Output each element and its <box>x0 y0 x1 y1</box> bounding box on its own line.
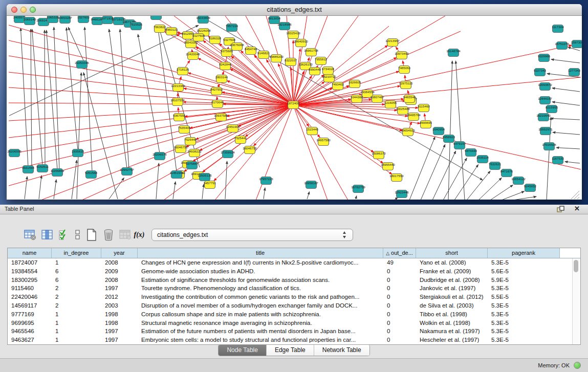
column-header-year[interactable]: year <box>101 248 138 258</box>
cell-pagerank: 5.3E-5 <box>488 327 560 336</box>
graph-node-label: 9474444 <box>465 149 477 152</box>
graph-edge <box>9 72 293 105</box>
graph-edge <box>138 34 160 153</box>
window-title: citations_edges.txt <box>7 6 582 13</box>
graph-node-label: 16046750 <box>243 146 257 150</box>
graph-node-label: 5051568 <box>85 171 98 174</box>
graph-node-label: 9227343 <box>534 69 547 72</box>
graph-node-label: 8215955 <box>546 105 558 109</box>
graph-node-label: 17359924 <box>221 150 235 154</box>
table-row[interactable]: 946554611997Estimation of the future num… <box>8 327 580 336</box>
graph-node-label: 9457791 <box>204 181 216 185</box>
graph-node-label: 11156869 <box>51 169 64 172</box>
table-settings-icon[interactable] <box>24 228 37 242</box>
graph-node-label: 2803144 <box>215 75 228 79</box>
cell-short: Nakamura et al. (1997) <box>416 327 488 336</box>
table-scrollbar-thumb[interactable] <box>574 260 578 272</box>
graph-node-label: 11451944 <box>169 171 184 174</box>
network-view-window[interactable]: citations_edges.txt 18724007663822896012… <box>7 4 582 200</box>
graph-node-label: 9245652 <box>524 184 537 188</box>
table-row[interactable]: 946362711997Embryonic stem cells: a mode… <box>8 336 580 344</box>
column-chooser-icon[interactable] <box>40 228 54 242</box>
graph-node-label: 26206595 <box>7 149 21 153</box>
graph-node-label: 19384554 <box>360 90 375 94</box>
cell-short: Stergiakouli et al. (2012) <box>416 293 488 301</box>
graph-edge <box>39 176 41 199</box>
import-table-icon[interactable] <box>119 228 132 242</box>
close-panel-icon[interactable]: ✕ <box>574 205 580 212</box>
graph-node-label: 13626150 <box>298 62 313 66</box>
graph-node-label: 7485063 <box>398 66 411 70</box>
cell-short: Tibbo et al. (1998) <box>416 310 488 319</box>
checklist-icon[interactable] <box>57 228 71 242</box>
cell-short: Franke et al. (2009) <box>416 267 488 276</box>
function-builder-icon[interactable]: f(x) <box>136 228 143 242</box>
graph-node-label: 1277343 <box>568 69 581 72</box>
table-row[interactable]: 1456911722003Disruption of a novel membe… <box>8 301 580 310</box>
graph-node-label: 7493402 <box>332 82 344 86</box>
graph-edge <box>67 28 78 150</box>
graph-node-label: 16210643 <box>536 114 551 117</box>
cell-name: 18300295 <box>8 276 52 285</box>
table-row[interactable]: 1830029562008Estimation of significance … <box>8 276 580 285</box>
graph-node-label: 2935114 <box>476 156 489 159</box>
cell-year: 2003 <box>101 301 138 310</box>
graph-node-label: 7632621 <box>489 162 502 166</box>
cell-pagerank: 5.3E-5 <box>488 310 560 319</box>
table-row[interactable]: 977716911998Corpus callosum shape and si… <box>8 310 580 319</box>
table-source-value: citations_edges.txt <box>157 231 208 238</box>
graph-edge <box>32 29 42 165</box>
graph-edge <box>552 102 580 105</box>
column-header-out_de[interactable]: △out_de... <box>383 248 416 258</box>
table-toolbar: f(x) citations_edges.txt <box>24 226 353 244</box>
cell-year: 1997 <box>101 336 138 344</box>
float-panel-icon[interactable] <box>557 206 564 212</box>
graph-node-label: 9146821 <box>257 51 270 55</box>
tab-node-table[interactable]: Node Table <box>219 345 267 356</box>
rows-icon[interactable] <box>74 228 81 242</box>
graph-edge <box>293 105 383 163</box>
cell-out_de: 0 <box>383 336 416 344</box>
table-panel: Table Panel ✕ <box>0 205 588 372</box>
tab-edge-table[interactable]: Edge Table <box>267 345 314 356</box>
column-header-pagerank[interactable]: pagerank <box>488 248 560 258</box>
cell-in_degree: 1 <box>52 327 101 336</box>
graph-edge <box>356 196 357 199</box>
column-header-in_degree[interactable]: in_degree <box>52 248 101 258</box>
cell-in_degree: 1 <box>52 258 101 267</box>
graph-node[interactable] <box>151 16 162 20</box>
table-row[interactable]: 2242004622012Investigating the contribut… <box>8 293 580 301</box>
table-tab-bar: Node TableEdge TableNetwork Table <box>0 344 588 357</box>
graph-node-label: 18325419 <box>286 31 300 35</box>
cell-in_degree: 2 <box>52 293 101 301</box>
graph-node-label: 12444157 <box>538 97 552 100</box>
table-row[interactable]: 1872400712008Changes of HCN gene express… <box>8 258 580 267</box>
column-header-title[interactable]: title <box>138 248 383 258</box>
window-titlebar[interactable]: citations_edges.txt <box>7 4 582 16</box>
cell-year: 2009 <box>101 267 138 276</box>
graph-node-label: 1117304 <box>552 25 564 29</box>
column-header-name[interactable]: name <box>8 248 52 258</box>
graph-node-label: 7635405 <box>178 126 191 129</box>
network-canvas[interactable]: 1872400766382289601238912954165433822242… <box>7 16 582 200</box>
graph-node-label: 1216055 <box>384 101 397 104</box>
graph-edge <box>293 105 397 110</box>
cell-name: 9463627 <box>8 336 52 344</box>
graph-node-label: 1527602 <box>77 16 90 19</box>
table-row[interactable]: 969969511998Structural magnetic resonanc… <box>8 319 580 327</box>
graph-edge <box>553 133 580 135</box>
delete-icon[interactable] <box>102 228 115 242</box>
cell-in_degree: 6 <box>52 267 101 276</box>
table-scrollbar[interactable] <box>572 258 580 344</box>
graph-node-label: 22420046 <box>186 52 200 56</box>
memory-ok-indicator <box>574 362 581 369</box>
tab-network-table[interactable]: Network Table <box>314 345 369 356</box>
resize-grip[interactable] <box>571 191 579 199</box>
new-document-icon[interactable] <box>85 228 98 242</box>
table-row[interactable]: 1938455462009Genome-wide association stu… <box>8 267 580 276</box>
cell-year: 1998 <box>101 319 138 327</box>
column-header-short[interactable]: short <box>416 248 488 258</box>
table-source-select[interactable]: citations_edges.txt <box>151 229 353 241</box>
table-row[interactable]: 911546021997Tourette syndrome. Phenomeno… <box>8 284 580 293</box>
cell-out_de: 49 <box>383 258 416 267</box>
